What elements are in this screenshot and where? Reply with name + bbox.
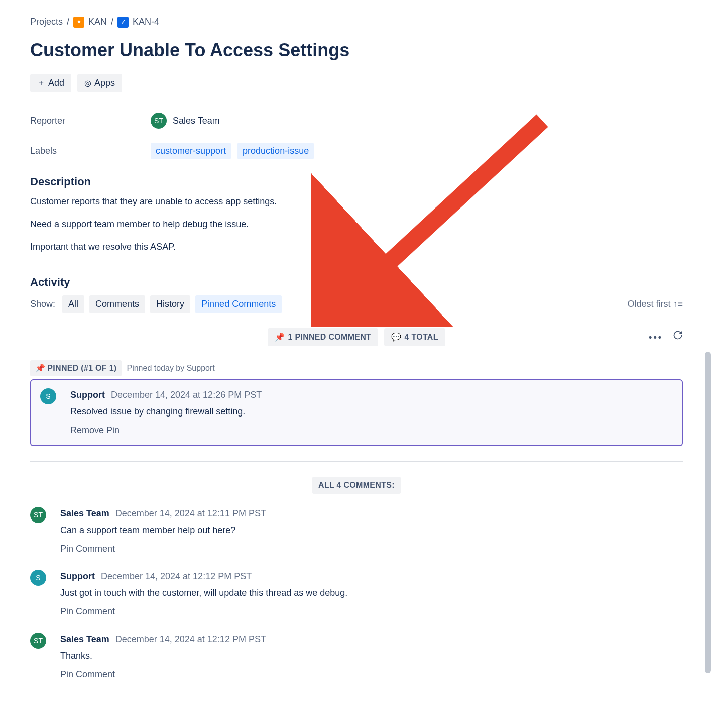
more-menu-button[interactable]: ••• bbox=[649, 331, 663, 344]
comment-avatar: ST bbox=[30, 633, 46, 649]
comment-author[interactable]: Sales Team bbox=[60, 633, 109, 646]
add-button-label: Add bbox=[48, 78, 64, 88]
pin-comment-button[interactable]: Pin Comment bbox=[60, 668, 683, 681]
description-line: Customer reports that they are unable to… bbox=[30, 195, 683, 209]
pinned-index-badge: 📌 PINNED (#1 OF 1) bbox=[30, 360, 122, 376]
label-chip[interactable]: customer-support bbox=[151, 143, 231, 159]
comment-avatar: S bbox=[30, 570, 46, 586]
divider bbox=[30, 461, 683, 462]
activity-controls: Show: All Comments History Pinned Commen… bbox=[30, 295, 683, 313]
comment: S Support December 14, 2024 at 12:12 PM … bbox=[30, 570, 683, 618]
pin-icon: 📌 bbox=[35, 362, 45, 374]
pinned-count-text: 1 PINNED COMMENT bbox=[288, 331, 372, 343]
apps-button[interactable]: ◎ Apps bbox=[77, 74, 122, 92]
breadcrumb-separator: / bbox=[67, 15, 69, 29]
sort-icon: ↑≡ bbox=[673, 299, 683, 309]
tab-all[interactable]: All bbox=[62, 295, 84, 313]
field-labels: Labels customer-support production-issue bbox=[30, 143, 683, 159]
description-line: Important that we resolve this ASAP. bbox=[30, 240, 683, 254]
all-comments-text: ALL 4 COMMENTS: bbox=[312, 477, 401, 494]
summary-badges: 📌 1 PINNED COMMENT 💬 4 TOTAL ••• bbox=[30, 328, 683, 346]
project-icon: ✦ bbox=[73, 17, 84, 28]
comment: ST Sales Team December 14, 2024 at 12:11… bbox=[30, 507, 683, 556]
add-button[interactable]: ＋ Add bbox=[30, 74, 71, 92]
comment-avatar: S bbox=[40, 388, 56, 404]
comment: ST Sales Team December 14, 2024 at 12:12… bbox=[30, 633, 683, 681]
pinned-count-badge: 📌 1 PINNED COMMENT bbox=[268, 328, 378, 346]
comment-date: December 14, 2024 at 12:11 PM PST bbox=[115, 507, 266, 521]
activity-heading: Activity bbox=[30, 274, 683, 290]
field-reporter: Reporter ST Sales Team bbox=[30, 113, 683, 129]
pin-icon: 📌 bbox=[275, 331, 285, 343]
sort-button[interactable]: Oldest first ↑≡ bbox=[627, 297, 683, 311]
activity-tabs: Show: All Comments History Pinned Commen… bbox=[30, 295, 282, 313]
comments-list: ST Sales Team December 14, 2024 at 12:11… bbox=[30, 507, 683, 681]
comment-date: December 14, 2024 at 12:26 PM PST bbox=[111, 388, 262, 402]
refresh-button[interactable] bbox=[673, 330, 683, 344]
comment-icon: 💬 bbox=[391, 331, 401, 343]
comment-text: Can a support team member help out here? bbox=[60, 524, 683, 537]
pinned-by-text: Pinned today by Support bbox=[127, 362, 214, 374]
comment-author[interactable]: Support bbox=[70, 388, 105, 402]
total-count-badge: 💬 4 TOTAL bbox=[384, 328, 445, 346]
sort-label: Oldest first bbox=[627, 299, 670, 309]
comment-text: Resolved issue by changing firewall sett… bbox=[70, 405, 673, 419]
total-count-text: 4 TOTAL bbox=[405, 331, 438, 343]
comment-text: Thanks. bbox=[60, 649, 683, 663]
page-title: Customer Unable To Access Settings bbox=[30, 37, 683, 64]
comment-author[interactable]: Support bbox=[60, 570, 95, 583]
scrollbar-thumb[interactable] bbox=[705, 352, 711, 673]
pinned-header: 📌 PINNED (#1 OF 1) Pinned today by Suppo… bbox=[30, 360, 683, 376]
breadcrumb-project[interactable]: KAN bbox=[88, 15, 107, 29]
label-chip[interactable]: production-issue bbox=[237, 143, 314, 159]
tab-pinned-comments[interactable]: Pinned Comments bbox=[195, 295, 282, 313]
description-heading: Description bbox=[30, 173, 683, 190]
labels-label: Labels bbox=[30, 144, 151, 158]
breadcrumb: Projects / ✦ KAN / ✓ KAN-4 bbox=[30, 15, 683, 29]
issue-type-icon: ✓ bbox=[117, 17, 129, 28]
pin-comment-button[interactable]: Pin Comment bbox=[60, 605, 683, 618]
description-body: Customer reports that they are unable to… bbox=[30, 195, 683, 254]
breadcrumb-issue[interactable]: KAN-4 bbox=[133, 15, 159, 29]
plus-icon: ＋ bbox=[37, 78, 45, 88]
breadcrumb-projects[interactable]: Projects bbox=[30, 15, 63, 29]
action-row: ＋ Add ◎ Apps bbox=[30, 74, 683, 92]
comment-date: December 14, 2024 at 12:12 PM PST bbox=[101, 570, 252, 583]
remove-pin-button[interactable]: Remove Pin bbox=[70, 424, 673, 437]
reporter-label: Reporter bbox=[30, 114, 151, 128]
comment-date: December 14, 2024 at 12:12 PM PST bbox=[115, 633, 266, 646]
comment-text: Just got in touch with the customer, wil… bbox=[60, 586, 683, 600]
pinned-comment: S Support December 14, 2024 at 12:26 PM … bbox=[30, 379, 683, 446]
tab-history[interactable]: History bbox=[150, 295, 190, 313]
comment-avatar: ST bbox=[30, 507, 46, 523]
comment-author[interactable]: Sales Team bbox=[60, 507, 109, 521]
apps-button-label: Apps bbox=[94, 78, 115, 88]
all-comments-heading: ALL 4 COMMENTS: bbox=[30, 477, 683, 494]
tab-comments[interactable]: Comments bbox=[89, 295, 145, 313]
breadcrumb-separator: / bbox=[111, 15, 113, 29]
reporter-name[interactable]: Sales Team bbox=[173, 114, 220, 128]
show-label: Show: bbox=[30, 297, 55, 311]
description-line: Need a support team member to help debug… bbox=[30, 218, 683, 231]
reporter-avatar: ST bbox=[151, 113, 167, 129]
apps-icon: ◎ bbox=[84, 78, 91, 88]
pinned-index-text: PINNED (#1 OF 1) bbox=[47, 362, 116, 374]
pin-comment-button[interactable]: Pin Comment bbox=[60, 542, 683, 556]
